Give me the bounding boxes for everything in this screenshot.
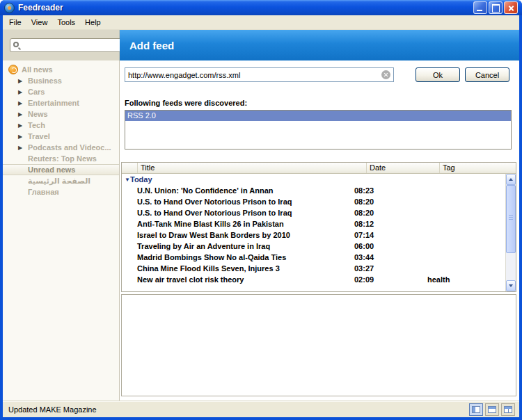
news-row[interactable]: Traveling by Air an Adventure in Iraq 06… xyxy=(122,241,516,252)
news-title: New air travel clot risk theory xyxy=(122,275,351,284)
news-row[interactable]: U.S. to Hand Over Notorious Prison to Ir… xyxy=(122,196,516,207)
expand-arrow-icon: ▶ xyxy=(18,145,28,151)
minimize-button[interactable] xyxy=(473,1,487,14)
feedreader-window: Feedreader FileViewToolsHelp xyxy=(0,0,522,420)
feed-tree-item[interactable]: ▶ News xyxy=(3,108,119,120)
search-box[interactable] xyxy=(10,38,124,52)
menu-item[interactable]: File xyxy=(4,17,26,28)
menubar: FileViewToolsHelp xyxy=(3,15,519,30)
page-title-bar: Add feed xyxy=(120,30,519,60)
window-body: All news ▶ Business ▶ Cars ▶ Ent xyxy=(3,30,519,401)
split-vertical-glyph xyxy=(472,406,480,413)
news-date: 06:00 xyxy=(351,242,425,250)
statusbar: Updated MAKE Magazine xyxy=(3,401,519,417)
news-table: Title Date Tag ▼ Today U.N. Union: 'No C… xyxy=(121,162,516,292)
feed-tree-item[interactable]: Главная xyxy=(3,186,119,197)
grid-glyph xyxy=(504,406,512,413)
news-row[interactable]: U.N. Union: 'No Confidence' in Annan 08:… xyxy=(122,185,516,196)
collapse-arrow-icon[interactable]: ▼ xyxy=(122,177,130,183)
split-horizontal-glyph xyxy=(488,406,496,413)
news-title: U.S. to Hand Over Notorious Prison to Ir… xyxy=(122,209,351,217)
feed-url-input[interactable] xyxy=(128,71,381,79)
feed-tree-item[interactable]: All news xyxy=(3,64,119,75)
expand-arrow-icon: ▶ xyxy=(18,134,28,140)
feed-tree-item[interactable]: ▶ Tech xyxy=(3,120,119,131)
ok-button[interactable]: Ok xyxy=(416,67,460,82)
feed-label: All news xyxy=(22,65,53,74)
news-row[interactable]: New air travel clot risk theory 02:09 he… xyxy=(122,274,516,285)
feed-tree-item[interactable]: الصفحة الرئيسية xyxy=(3,175,119,186)
expand-arrow-icon: ▶ xyxy=(18,89,28,95)
expand-arrow-icon: ▶ xyxy=(18,78,28,84)
column-header-date[interactable]: Date xyxy=(367,163,440,173)
url-row: Ok Cancel xyxy=(125,67,509,82)
maximize-button[interactable] xyxy=(489,1,503,14)
scroll-up-button[interactable] xyxy=(506,174,516,185)
window-title: Feedreader xyxy=(18,3,470,13)
feed-label: Travel xyxy=(28,132,50,140)
news-title: Israel to Draw West Bank Borders by 2010 xyxy=(122,231,351,239)
column-header-title[interactable]: Title xyxy=(137,163,367,173)
column-header-expander xyxy=(122,163,137,173)
feed-label: Unread news xyxy=(28,165,75,174)
close-button[interactable] xyxy=(504,1,518,14)
feed-tree-item[interactable]: ▶ Entertainment xyxy=(3,97,119,108)
feed-label: Entertainment xyxy=(28,99,79,107)
titlebar[interactable]: Feedreader xyxy=(0,0,522,15)
cancel-button[interactable]: Cancel xyxy=(465,67,509,82)
news-date: 08:20 xyxy=(351,209,425,217)
news-date: 08:12 xyxy=(351,220,425,228)
view-toggle-split-vertical-icon[interactable] xyxy=(469,403,483,416)
menu-item[interactable]: View xyxy=(26,17,53,28)
feed-label: الصفحة الرئيسية xyxy=(28,177,90,186)
discovered-feeds-label: Following feeds were discovered: xyxy=(125,99,519,107)
scrollbar-thumb[interactable] xyxy=(506,185,516,253)
view-toggle-split-horizontal-icon[interactable] xyxy=(485,403,499,416)
group-label: Today xyxy=(130,175,152,184)
view-toggle-grid-icon[interactable] xyxy=(501,403,515,416)
news-date: 08:23 xyxy=(351,186,425,195)
news-row[interactable]: Madrid Bombings Show No al-Qaida Ties 03… xyxy=(122,252,516,263)
feed-tree-item[interactable]: ▶ Cars xyxy=(3,86,119,97)
feed-tree-item[interactable]: Reuters: Top News xyxy=(3,153,119,164)
news-title: Traveling by Air an Adventure in Iraq xyxy=(122,242,351,250)
feed-tree: All news ▶ Business ▶ Cars ▶ Ent xyxy=(3,60,119,401)
article-preview-pane xyxy=(121,294,516,396)
expand-arrow-icon: ▶ xyxy=(18,100,28,106)
feed-tree-item[interactable]: ▶ Podcasts and Videoc... xyxy=(3,142,119,153)
expand-arrow-icon: ▶ xyxy=(18,111,28,118)
group-row-today[interactable]: ▼ Today xyxy=(122,174,516,185)
feed-tree-item[interactable]: Unread news xyxy=(3,164,119,175)
menu-item[interactable]: Help xyxy=(80,17,106,28)
news-row[interactable]: Israel to Draw West Bank Borders by 2010… xyxy=(122,229,516,241)
main-panel: Add feed Ok Cancel Following feeds were … xyxy=(120,30,519,401)
discovered-feed-item[interactable]: RSS 2.0 xyxy=(125,111,511,121)
scrollbar-track[interactable] xyxy=(506,185,516,280)
news-row[interactable]: U.S. to Hand Over Notorious Prison to Ir… xyxy=(122,207,516,218)
sidebar: All news ▶ Business ▶ Cars ▶ Ent xyxy=(3,30,120,401)
scroll-down-button[interactable] xyxy=(506,280,516,291)
feed-label: Cars xyxy=(28,88,45,96)
feed-tree-item[interactable]: ▶ Travel xyxy=(3,131,119,142)
feed-label: Главная xyxy=(28,188,59,196)
feed-label: Podcasts and Videoc... xyxy=(28,143,111,152)
news-table-body: ▼ Today U.N. Union: 'No Confidence' in A… xyxy=(122,174,516,291)
news-date: 07:14 xyxy=(351,231,425,239)
feed-tree-item[interactable]: ▶ Business xyxy=(3,75,119,86)
clear-input-icon[interactable] xyxy=(381,70,390,79)
feed-url-field[interactable] xyxy=(125,67,394,82)
arrow-up-icon xyxy=(509,178,513,181)
news-date: 03:27 xyxy=(351,264,425,273)
news-title: U.N. Union: 'No Confidence' in Annan xyxy=(122,186,351,195)
window-client-area: FileViewToolsHelp All news xyxy=(3,15,519,417)
all-news-icon xyxy=(8,65,18,74)
news-title: Madrid Bombings Show No al-Qaida Ties xyxy=(122,253,351,261)
column-header-tag[interactable]: Tag xyxy=(440,163,516,173)
scrollbar[interactable] xyxy=(505,174,516,291)
news-row[interactable]: China Mine Flood Kills Seven, Injures 3 … xyxy=(122,263,516,274)
discovered-feeds-list: RSS 2.0 xyxy=(125,110,512,150)
menu-item[interactable]: Tools xyxy=(52,17,80,28)
search-input[interactable] xyxy=(22,41,120,49)
add-feed-content: Ok Cancel Following feeds were discovere… xyxy=(120,60,519,401)
news-row[interactable]: Anti-Tank Mine Blast Kills 26 in Pakista… xyxy=(122,218,516,229)
